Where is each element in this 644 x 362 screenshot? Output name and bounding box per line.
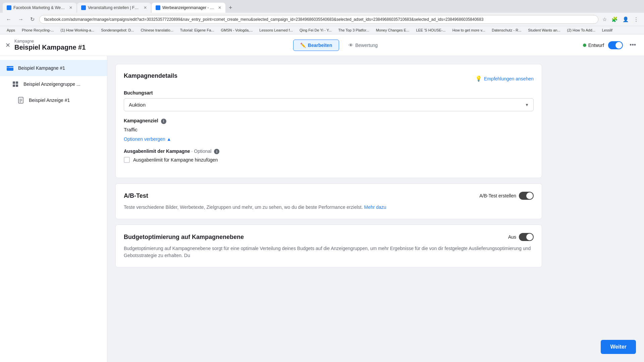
bookmark-4[interactable]: Chinese translatio...: [138, 27, 176, 33]
sidebar-item-kampagne[interactable]: Beispiel Kampagne #1 •••: [0, 60, 107, 76]
entwurf-label: Entwurf: [588, 43, 604, 48]
bookmark-12[interactable]: How to get more v...: [450, 27, 488, 33]
bookmark-9[interactable]: The Top 3 Platfor...: [336, 27, 372, 33]
bookmark-3[interactable]: Sonderangebot: D...: [98, 27, 137, 33]
tab-title-3: Werbeanzeigenmanager - W...: [162, 5, 215, 10]
bewertung-label: Bewertung: [355, 43, 378, 48]
entwurf-toggle[interactable]: [608, 41, 623, 49]
budget-header: Budgetoptimierung auf Kampagnenebene Aus: [124, 233, 534, 241]
weiter-button[interactable]: Weiter: [601, 340, 636, 354]
menu-button[interactable]: ⋮: [632, 15, 640, 24]
ausgabenlimit-optional-label: Optional: [194, 148, 211, 154]
tab-favicon-2: [81, 5, 86, 10]
tab-title-1: Facebook Marketing & Werb...: [13, 5, 66, 10]
mehr-dazu-link[interactable]: Mehr dazu: [364, 204, 386, 210]
svg-rect-4: [13, 84, 15, 87]
ausgabenlimit-info-icon[interactable]: i: [214, 149, 219, 154]
header-center: ✏️ Bearbeiten 👁 Bewertung: [111, 40, 566, 51]
bookmark-6[interactable]: GMSN - Vologda,...: [218, 27, 256, 33]
ausgabenlimit-group: Ausgabenlimit der Kampagne · Optional i …: [124, 148, 534, 163]
chevron-up-icon: ▲: [167, 136, 171, 142]
back-button[interactable]: ←: [4, 15, 13, 24]
buchungsart-select-wrapper: Auktion ▼: [124, 98, 534, 111]
sidebar-item-anzeigengruppe[interactable]: Beispiel Anzeigengruppe ... •••: [0, 76, 107, 92]
ab-test-title: A/B-Test: [124, 192, 148, 199]
svg-rect-1: [7, 66, 9, 67]
more-options-button[interactable]: •••: [627, 40, 639, 50]
kampagnenziel-value: Traffic: [124, 127, 534, 132]
bookmark-11[interactable]: LEE 'S HOUSE-...: [413, 27, 448, 33]
buchungsart-group: Buchungsart Auktion ▼: [124, 90, 534, 111]
bookmark-apps[interactable]: Apps: [4, 27, 18, 33]
tab-close-2[interactable]: ✕: [144, 5, 147, 10]
tab-favicon-3: [156, 5, 160, 10]
bookmark-7[interactable]: Lessons Learned f...: [257, 27, 296, 33]
aus-label: Aus: [508, 234, 516, 240]
optionen-verbergen-link[interactable]: Optionen verbergen ▲: [124, 136, 171, 142]
browser-tabs: Facebook Marketing & Werb... ✕ Veranstal…: [0, 0, 644, 13]
close-button[interactable]: ✕: [5, 42, 10, 49]
sidebar-kampagne-label: Beispiel Kampagne #1: [18, 65, 89, 71]
content-area: Kampagnendetails 💡 Empfehlungen ansehen …: [107, 56, 550, 362]
bookmarks-bar: Apps Phone Recycling-... (1) How Working…: [0, 26, 644, 35]
bookmark-14[interactable]: Student Wants an...: [525, 27, 563, 33]
edit-icon: ✏️: [300, 43, 306, 48]
tab-close-1[interactable]: ✕: [69, 5, 72, 10]
bookmark-16[interactable]: Lesslif: [599, 27, 615, 33]
bookmark-8[interactable]: Qing Fei De Yi - Y...: [297, 27, 334, 33]
ab-test-toggle[interactable]: [519, 192, 534, 200]
ausgabenlimit-checkbox-label: Ausgabenlimit für Kampagne hinzufügen: [133, 157, 218, 163]
tab-3[interactable]: Werbeanzeigenmanager - W... ✕: [152, 3, 225, 13]
sidebar-anzeige-label: Beispiel Anzeige #1: [29, 98, 89, 103]
doc-icon: [16, 96, 25, 105]
tab-title-2: Veranstaltung erstellen | Face...: [88, 5, 140, 10]
entwurf-dot: [583, 44, 586, 47]
bulb-icon: 💡: [475, 75, 482, 82]
bookmark-star-button[interactable]: ☆: [601, 15, 608, 24]
bookmark-1[interactable]: Phone Recycling-...: [19, 27, 56, 33]
app-container: ✕ Kampagne Beispiel Kampagne #1 ✏️ Bearb…: [0, 35, 644, 362]
kampagnenziel-info-icon[interactable]: i: [161, 119, 166, 124]
user-profile-button[interactable]: 👤: [621, 15, 630, 24]
sidebar-item-anzeige[interactable]: Beispiel Anzeige #1 •••: [0, 92, 107, 108]
ausgabenlimit-label: Ausgabenlimit der Kampagne · Optional i: [124, 148, 534, 155]
kampagnendetails-title: Kampagnendetails: [124, 72, 177, 79]
address-bar[interactable]: [39, 15, 598, 24]
bookmark-5[interactable]: Tutorial: Eigene Fa...: [177, 27, 217, 33]
tab-1[interactable]: Facebook Marketing & Werb... ✕: [3, 3, 76, 13]
bookmark-13[interactable]: Datenschutz - R...: [489, 27, 524, 33]
right-panel: [550, 56, 644, 362]
bewertung-button[interactable]: 👁 Bewertung: [342, 40, 384, 51]
tab-close-3[interactable]: ✕: [218, 5, 221, 10]
budgetoptimierung-card: Budgetoptimierung auf Kampagnenebene Aus…: [115, 225, 542, 267]
ab-toggle-wrapper: A/B-Test erstellen: [479, 192, 534, 200]
bookmark-15[interactable]: (2) How To Add...: [565, 27, 598, 33]
ausgabenlimit-checkbox[interactable]: [124, 157, 130, 163]
svg-rect-6: [18, 97, 23, 103]
campaign-label: Kampagne: [14, 39, 86, 44]
budget-description: Budgetoptimierung auf Kampagnenebene sor…: [124, 245, 534, 259]
folder-icon: [5, 63, 15, 73]
reload-button[interactable]: ↻: [28, 15, 37, 24]
main-layout: Beispiel Kampagne #1 ••• Beispiel Anzeig…: [0, 56, 644, 362]
new-tab-button[interactable]: +: [226, 3, 235, 13]
empfehlungen-link[interactable]: 💡 Empfehlungen ansehen: [475, 75, 534, 82]
buchungsart-label: Buchungsart: [124, 90, 534, 96]
bookmark-2[interactable]: (1) How Working-a...: [58, 27, 97, 33]
budget-toggle[interactable]: [519, 233, 534, 241]
ausgabenlimit-checkbox-wrapper: Ausgabenlimit für Kampagne hinzufügen: [124, 157, 534, 163]
browser-nav: ← → ↻ ☆ 🧩 👤 ⋮: [0, 13, 644, 26]
entwurf-badge: Entwurf: [583, 43, 604, 48]
eye-icon: 👁: [348, 43, 353, 48]
bearbeiten-label: Bearbeiten: [308, 43, 332, 48]
bookmark-10[interactable]: Money Changes E...: [373, 27, 412, 33]
sidebar-anzeigengruppe-label: Beispiel Anzeigengruppe ...: [23, 81, 89, 87]
bearbeiten-button[interactable]: ✏️ Bearbeiten: [293, 40, 339, 51]
forward-button[interactable]: →: [16, 15, 25, 24]
kampagnendetails-header: Kampagnendetails 💡 Empfehlungen ansehen: [124, 72, 534, 85]
extensions-button[interactable]: 🧩: [610, 15, 619, 24]
tab-2[interactable]: Veranstaltung erstellen | Face... ✕: [77, 3, 151, 13]
buchungsart-select[interactable]: Auktion: [124, 98, 534, 111]
budget-title: Budgetoptimierung auf Kampagnenebene: [124, 234, 244, 241]
campaign-name: Beispiel Kampagne #1: [14, 44, 86, 51]
